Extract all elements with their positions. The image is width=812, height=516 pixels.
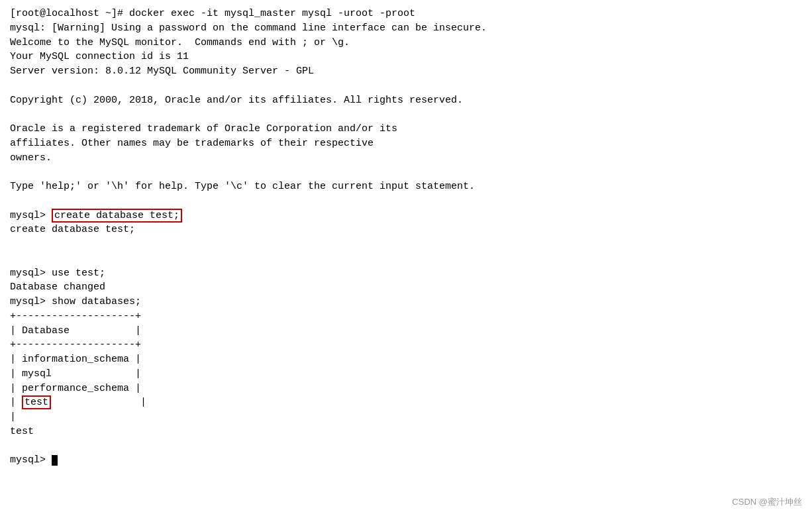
line-22: +--------------------+ xyxy=(10,311,141,322)
line-4: Your MySQL connection id is 11 xyxy=(10,51,189,62)
line-16: create database test; xyxy=(10,224,135,235)
line-19: mysql> use test; xyxy=(10,268,105,279)
line-2: mysql: [Warning] Using a password on the… xyxy=(10,23,487,34)
line-32: mysql> xyxy=(10,454,58,466)
line-13: Type 'help;' or '\h' for help. Type '\c'… xyxy=(10,181,475,192)
line-25: | information_schema | xyxy=(10,354,141,365)
line-7: Copyright (c) 2000, 2018, Oracle and/or … xyxy=(10,95,463,106)
line-26: | mysql | xyxy=(10,368,141,380)
line-10: affiliates. Other names may be trademark… xyxy=(10,138,374,149)
line-29: | xyxy=(10,411,22,423)
line-9: Oracle is a registered trademark of Orac… xyxy=(10,123,397,134)
test-database-highlight: test xyxy=(22,395,51,409)
line-27: | performance_schema | xyxy=(10,383,141,394)
terminal-window: [root@localhost ~]# docker exec -it mysq… xyxy=(0,0,812,516)
line-23: | Database | xyxy=(10,325,141,336)
cursor-blink xyxy=(52,455,58,466)
line-11: owners. xyxy=(10,152,52,164)
line-20: Database changed xyxy=(10,282,105,293)
line-21: mysql> show databases; xyxy=(10,296,141,307)
line-28: | test | xyxy=(10,395,146,409)
create-database-command: create database test; xyxy=(52,209,182,223)
line-3: Welcome to the MySQL monitor. Commands e… xyxy=(10,37,350,48)
line-1: [root@localhost ~]# docker exec -it mysq… xyxy=(10,8,415,19)
line-30: test xyxy=(10,426,34,437)
line-5: Server version: 8.0.12 MySQL Community S… xyxy=(10,66,314,77)
prompt-create: mysql> create database test; xyxy=(10,209,182,223)
terminal-content: [root@localhost ~]# docker exec -it mysq… xyxy=(10,7,802,468)
watermark: CSDN @蜜汁坤丝 xyxy=(732,496,802,508)
line-24: +--------------------+ xyxy=(10,339,141,350)
